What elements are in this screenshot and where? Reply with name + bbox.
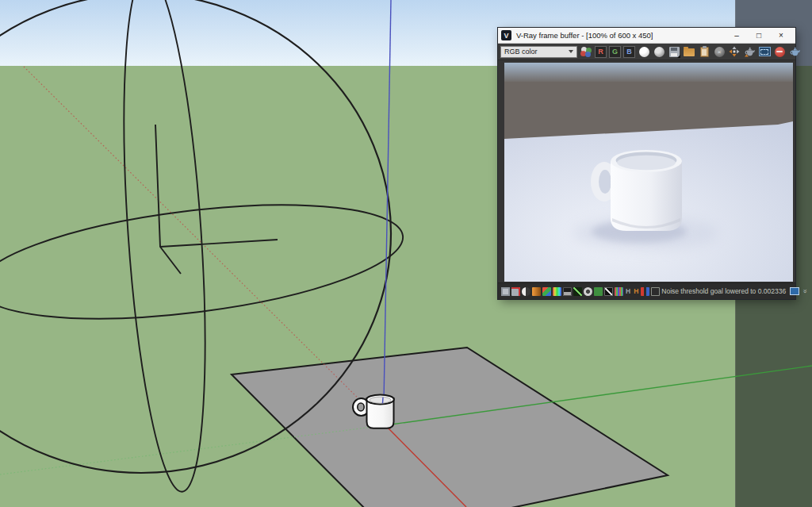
blue-axis-in-rim: [383, 398, 384, 404]
vfb-toolbar: RGB color R G B ×: [498, 44, 795, 60]
background-image-icon[interactable]: [594, 287, 603, 296]
channel-dropdown-value: RGB color: [504, 48, 567, 56]
save-corrections-icon[interactable]: [511, 287, 520, 296]
icc-glyph-icon[interactable]: H: [625, 287, 631, 296]
save-image-icon[interactable]: [668, 45, 680, 58]
rendered-image: [504, 63, 793, 282]
bw-preview-icon[interactable]: [522, 287, 530, 296]
channel-dropdown[interactable]: RGB color: [500, 46, 577, 58]
gray-sphere-icon[interactable]: [653, 45, 665, 58]
maximize-button[interactable]: □: [749, 29, 768, 43]
clear-image-icon[interactable]: ×: [713, 45, 726, 58]
histogram-icon[interactable]: [563, 287, 572, 296]
mug-interior: [370, 397, 391, 403]
render-last-icon[interactable]: [743, 45, 756, 58]
vray-logo-icon: V: [501, 30, 511, 40]
titlebar[interactable]: V V-Ray frame buffer - [100% of 600 x 45…: [498, 28, 795, 44]
open-folder-icon[interactable]: [683, 45, 695, 58]
lut-strips-icon[interactable]: [615, 287, 623, 296]
render-view[interactable]: [498, 60, 795, 282]
minimize-button[interactable]: –: [727, 29, 746, 43]
copy-clipboard-icon[interactable]: [698, 45, 710, 58]
red-channel-button[interactable]: R: [595, 46, 607, 58]
frame-box-icon[interactable]: [651, 287, 660, 296]
close-button[interactable]: ×: [772, 29, 791, 43]
status-message: Noise threshold goal lowered to 0.002336: [661, 287, 788, 295]
levels-box-icon[interactable]: [604, 287, 613, 296]
lens-effects-icon[interactable]: [584, 287, 592, 296]
hue-tint-icon[interactable]: [553, 287, 561, 296]
chevron-down-icon: [569, 50, 573, 53]
follow-mouse-icon[interactable]: [728, 45, 741, 58]
monitor-icon[interactable]: [501, 287, 510, 296]
region-render-icon[interactable]: [758, 45, 771, 58]
rgb-channels-icon[interactable]: [580, 45, 592, 58]
rgb-bars-icon[interactable]: [641, 287, 649, 296]
screen: V V-Ray frame buffer - [100% of 600 x 45…: [0, 0, 812, 507]
window-title: V-Ray frame buffer - [100% of 600 x 450]: [515, 31, 724, 40]
stop-render-icon[interactable]: [773, 45, 786, 58]
green-channel-button[interactable]: G: [609, 46, 621, 58]
render-teapot-icon[interactable]: [788, 45, 801, 58]
srgb-glyph-icon[interactable]: H: [633, 287, 639, 296]
collapse-chevron-icon[interactable]: «: [801, 287, 809, 295]
curve-icon[interactable]: [573, 287, 582, 296]
white-sphere-icon[interactable]: [638, 45, 650, 58]
vray-frame-buffer-window: V V-Ray frame buffer - [100% of 600 x 45…: [498, 28, 795, 299]
blue-channel-button[interactable]: B: [623, 46, 635, 58]
exposure-icon[interactable]: [532, 287, 541, 296]
mug-handle-hole: [358, 403, 364, 411]
vfb-statusbar: H H Noise threshold goal lowered to 0.00…: [498, 282, 795, 299]
expand-icon[interactable]: [790, 287, 799, 295]
white-balance-icon[interactable]: [542, 287, 551, 296]
render-sky: [504, 63, 793, 83]
